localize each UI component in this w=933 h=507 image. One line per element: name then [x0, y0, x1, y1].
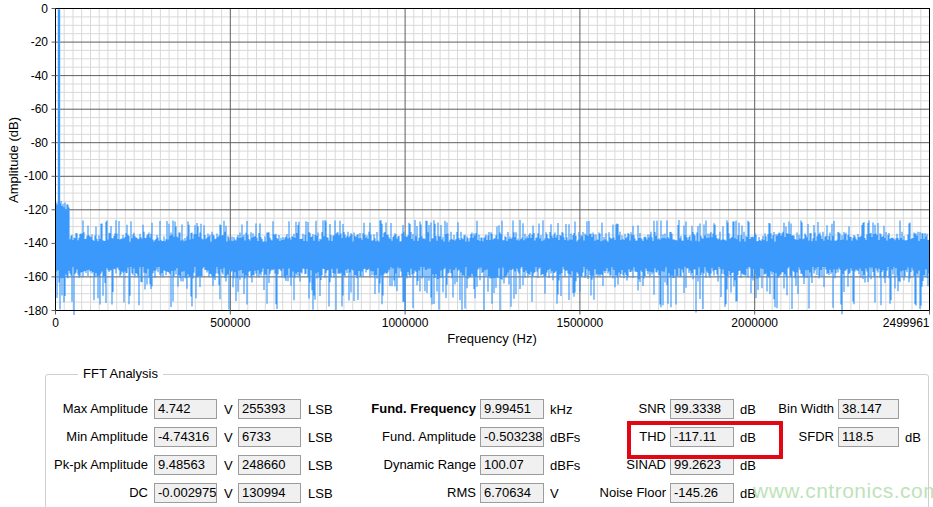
x-axis-title: Frequency (Hz)	[447, 331, 537, 346]
x-tick-label: 0	[52, 316, 59, 330]
pk-pk-amplitude-lsb-unit: LSB	[308, 455, 333, 475]
fund-amplitude-label: Fund. Amplitude	[330, 427, 476, 447]
max-amplitude-lsb-unit: LSB	[308, 399, 333, 419]
min-amplitude-lsb-unit: LSB	[308, 427, 333, 447]
y-tick-label: -180	[24, 304, 48, 318]
min-amplitude-label: Min Amplitude	[16, 427, 148, 447]
y-axis-title: Amplitude (dB)	[6, 117, 21, 203]
dc-unit: V	[224, 483, 233, 503]
min-amplitude-unit: V	[224, 427, 233, 447]
y-tick-label: -40	[31, 69, 49, 83]
sfdr-unit: dB	[905, 427, 921, 447]
y-tick-label: -60	[31, 102, 49, 116]
dc-value-field[interactable]: -0.002975	[154, 483, 217, 503]
y-tick-label: -80	[31, 136, 49, 150]
pk-pk-amplitude-lsb-field[interactable]: 248660	[238, 455, 301, 475]
dc-label: DC	[16, 483, 148, 503]
fft-analysis-title: FFT Analysis	[78, 366, 163, 381]
dynamic-range-value-field[interactable]: 100.07	[480, 455, 544, 475]
y-tick-label: -20	[31, 35, 49, 49]
max-amplitude-unit: V	[224, 399, 233, 419]
bin-width-value-field[interactable]: 38.147	[838, 399, 899, 419]
y-tick-label: 0	[41, 2, 48, 16]
dc-lsb-field[interactable]: 130994	[238, 483, 301, 503]
max-amplitude-lsb-field[interactable]: 255393	[238, 399, 301, 419]
fund-frequency-value-field[interactable]: 9.99451	[480, 399, 544, 419]
sinad-value-field[interactable]: 99.2623	[670, 455, 734, 475]
x-tick-label: 1000000	[382, 316, 429, 330]
x-tick-label: 2000000	[731, 316, 778, 330]
x-tick-label: 1500000	[557, 316, 604, 330]
y-tick-label: -120	[24, 203, 48, 217]
pk-pk-amplitude-label: Pk-pk Amplitude	[16, 455, 148, 475]
fund-frequency-label: Fund. Frequency	[330, 399, 476, 419]
sfdr-label: SFDR	[724, 427, 834, 447]
fft-spectrum-chart: 0-20-40-60-80-100-120-140-160-1800500000…	[0, 0, 933, 360]
watermark-text: www.cntronics.com	[753, 479, 933, 503]
sinad-label: SINAD	[558, 455, 666, 475]
y-tick-label: -160	[24, 270, 48, 284]
noise-floor-value-field[interactable]: -145.26	[670, 483, 734, 503]
pk-pk-amplitude-value-field[interactable]: 9.48563	[154, 455, 217, 475]
rms-label: RMS	[330, 483, 476, 503]
sinad-unit: dB	[740, 455, 756, 475]
fund-amplitude-value-field[interactable]: -0.503238	[480, 427, 544, 447]
dc-lsb-unit: LSB	[308, 483, 333, 503]
min-amplitude-value-field[interactable]: -4.74316	[154, 427, 217, 447]
dynamic-range-label: Dynamic Range	[330, 455, 476, 475]
x-tick-label: 500000	[210, 316, 250, 330]
spectrum-plot: 0-20-40-60-80-100-120-140-160-1800500000…	[0, 0, 933, 360]
max-amplitude-value-field[interactable]: 4.742	[154, 399, 217, 419]
min-amplitude-lsb-field[interactable]: 6733	[238, 427, 301, 447]
x-tick-label: 2499961	[883, 316, 930, 330]
y-tick-label: -100	[24, 169, 48, 183]
pk-pk-amplitude-unit: V	[224, 455, 233, 475]
rms-value-field[interactable]: 6.70634	[480, 483, 544, 503]
noise-floor-label: Noise Floor	[558, 483, 666, 503]
max-amplitude-label: Max Amplitude	[16, 399, 148, 419]
thd-label: THD	[558, 427, 666, 447]
bin-width-label: Bin Width	[724, 399, 834, 419]
y-tick-label: -140	[24, 236, 48, 250]
snr-label: SNR	[558, 399, 666, 419]
sfdr-value-field[interactable]: 118.5	[838, 427, 899, 447]
